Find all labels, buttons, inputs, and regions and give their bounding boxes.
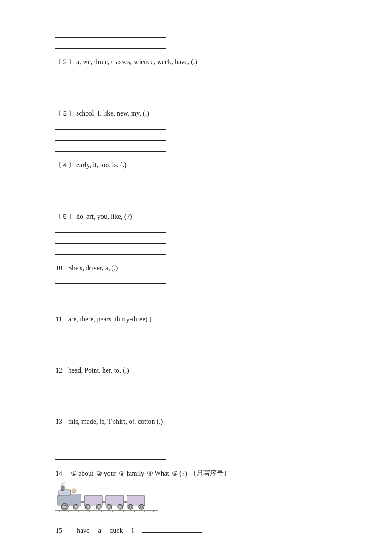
q3-line-3 bbox=[55, 142, 166, 152]
q13-line-2 bbox=[55, 439, 166, 448]
question-15-block: 15. have a duck I bbox=[55, 524, 337, 555]
question-13-block: 13. this, made, is, T-shirt, of, cotton … bbox=[55, 418, 337, 460]
svg-point-12 bbox=[98, 506, 100, 508]
top-answer-line-1 bbox=[55, 28, 166, 38]
q2-answer-lines bbox=[55, 69, 337, 100]
question-5-block: 〔５〕 do, art, you, like, (?) bbox=[55, 213, 337, 255]
q15-answer-lines bbox=[55, 537, 337, 555]
q10-num: 10. bbox=[55, 264, 66, 272]
q3-label: 〔３〕 bbox=[55, 110, 75, 118]
svg-point-4 bbox=[63, 505, 66, 509]
q14-item-3: ③ family bbox=[119, 469, 144, 477]
q2-label: 〔２〕 bbox=[55, 58, 75, 66]
q12-num: 12. bbox=[55, 367, 66, 374]
svg-point-16 bbox=[108, 506, 110, 508]
q4-label: 〔４〕 bbox=[55, 161, 75, 169]
q3-text: school, I, like, new, my, (.) bbox=[76, 110, 149, 117]
q12-answer-lines bbox=[55, 377, 337, 408]
q14-item-5: ⑤ (?) bbox=[172, 469, 187, 477]
q10-answer-lines bbox=[55, 275, 337, 306]
q15-inline-line bbox=[142, 524, 202, 533]
q15-word-4: I bbox=[131, 527, 133, 535]
svg-rect-2 bbox=[61, 486, 64, 491]
q5-label: 〔５〕 bbox=[55, 213, 75, 221]
q13-answer-lines bbox=[55, 428, 337, 460]
question-10-block: 10. She's, driver, a, (.) bbox=[55, 264, 337, 306]
top-answer-line-2 bbox=[55, 39, 166, 49]
q11-num: 11. bbox=[55, 315, 66, 323]
top-lines bbox=[55, 28, 337, 49]
q15-word-3: duck bbox=[110, 527, 123, 535]
q3-line-2 bbox=[55, 131, 166, 141]
q11-line-2 bbox=[55, 337, 217, 346]
svg-rect-7 bbox=[81, 501, 84, 503]
q15-num: 15. bbox=[55, 527, 66, 535]
question-11-block: 11. are, there, pears, thirty-three(.) bbox=[55, 315, 337, 357]
q12-line-2 bbox=[55, 388, 175, 397]
train-illustration bbox=[55, 481, 337, 515]
q3-line-1 bbox=[55, 120, 166, 130]
q2-line-1 bbox=[55, 69, 166, 78]
q5-line-1 bbox=[55, 223, 166, 233]
q11-line-3 bbox=[55, 348, 217, 357]
q10-line-2 bbox=[55, 286, 166, 295]
q5-text: do, art, you, like, (?) bbox=[76, 213, 132, 220]
q13-line-1 bbox=[55, 428, 166, 437]
q15-line-2 bbox=[55, 548, 166, 555]
q14-row: 14. ① about ② your ③ family ④ What ⑤ (?)… bbox=[55, 469, 337, 478]
question-14-block: 14. ① about ② your ③ family ④ What ⑤ (?)… bbox=[55, 469, 337, 515]
q5-answer-lines bbox=[55, 223, 337, 255]
q11-answer-lines bbox=[55, 326, 337, 357]
q11-line-1 bbox=[55, 326, 217, 335]
q14-note: （只写序号） bbox=[190, 469, 231, 478]
svg-point-24 bbox=[140, 506, 143, 508]
q4-text: early, it, too, is, (.) bbox=[76, 161, 127, 169]
train-svg bbox=[55, 481, 158, 513]
q15-word-2: a bbox=[98, 527, 101, 535]
q15-line-1 bbox=[55, 537, 166, 546]
q2-line-3 bbox=[55, 91, 166, 100]
q14-num: 14. bbox=[55, 470, 66, 477]
q11-text: are, there, pears, thirty-three(.) bbox=[68, 315, 152, 323]
q10-text: She's, driver, a, (.) bbox=[68, 264, 118, 272]
svg-point-22 bbox=[129, 506, 132, 508]
q2-line-2 bbox=[55, 80, 166, 89]
q13-text: this, made, is, T-shirt, of, cotton (.) bbox=[68, 418, 163, 425]
question-4-block: 〔４〕 early, it, too, is, (.) bbox=[55, 161, 337, 203]
svg-rect-13 bbox=[102, 501, 105, 503]
q15-word-1: have bbox=[77, 527, 89, 535]
svg-point-25 bbox=[72, 489, 76, 493]
svg-point-18 bbox=[119, 506, 121, 508]
q4-line-1 bbox=[55, 172, 166, 181]
q10-line-3 bbox=[55, 297, 166, 306]
q4-line-3 bbox=[55, 194, 166, 203]
svg-point-6 bbox=[75, 506, 77, 508]
q12-line-3 bbox=[55, 399, 175, 408]
question-12-block: 12. head, Point, her, to, (.) bbox=[55, 367, 337, 408]
q4-answer-lines bbox=[55, 172, 337, 203]
question-2-block: 〔２〕 a, we, three, classes, science, week… bbox=[55, 58, 337, 100]
q2-text: a, we, three, classes, science, week, ha… bbox=[76, 58, 197, 66]
q3-answer-lines bbox=[55, 120, 337, 152]
svg-rect-19 bbox=[123, 501, 127, 503]
q5-line-2 bbox=[55, 234, 166, 244]
q5-line-3 bbox=[55, 246, 166, 255]
q14-item-2: ② your bbox=[96, 469, 116, 477]
q4-line-2 bbox=[55, 183, 166, 192]
q13-num: 13. bbox=[55, 418, 66, 425]
svg-point-27 bbox=[63, 481, 66, 484]
q15-row: 15. have a duck I bbox=[55, 524, 337, 535]
q12-line-1 bbox=[55, 377, 175, 386]
question-3-block: 〔３〕 school, I, like, new, my, (.) bbox=[55, 110, 337, 152]
svg-rect-1 bbox=[59, 490, 71, 496]
q13-line-3 bbox=[55, 450, 166, 460]
svg-point-10 bbox=[86, 506, 89, 508]
q12-text: head, Point, her, to, (.) bbox=[68, 367, 129, 374]
q14-item-4: ④ What bbox=[147, 469, 169, 477]
q14-item-1: ① about bbox=[71, 469, 94, 477]
q10-line-1 bbox=[55, 275, 166, 284]
